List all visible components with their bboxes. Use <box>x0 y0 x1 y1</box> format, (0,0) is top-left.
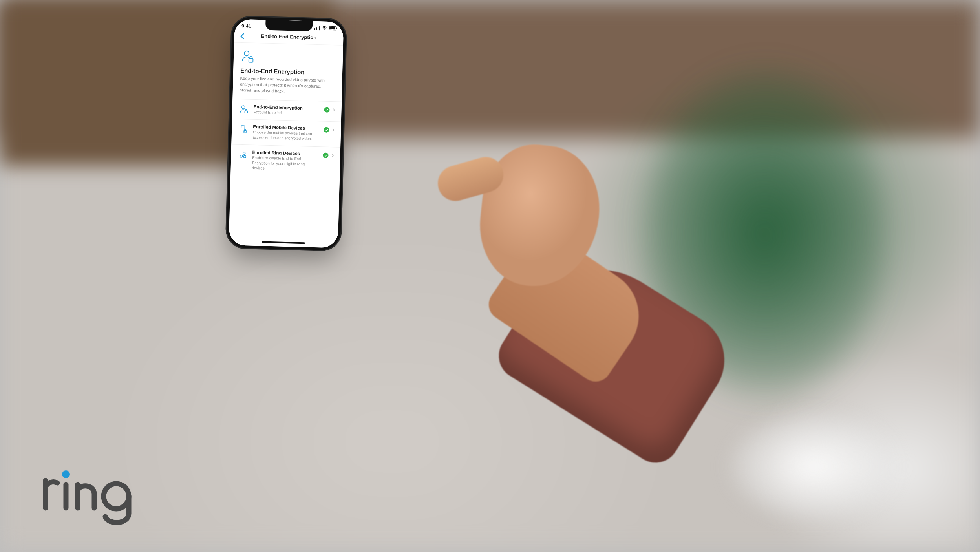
wifi-icon <box>322 25 327 31</box>
row-subtitle: Enable or disable End-to-End Encryption … <box>252 155 318 172</box>
chevron-right-icon <box>331 128 335 132</box>
svg-rect-5 <box>241 126 245 132</box>
status-time: 9:41 <box>241 23 251 29</box>
row-ring-devices[interactable]: Enrolled Ring Devices Enable or disable … <box>230 144 340 177</box>
svg-point-7 <box>243 152 245 154</box>
svg-rect-6 <box>244 131 246 133</box>
cellular-icon <box>314 26 320 30</box>
ring-logo <box>39 466 141 528</box>
svg-rect-4 <box>245 111 247 113</box>
scene-pot <box>706 397 921 536</box>
svg-point-1 <box>244 51 249 56</box>
status-icons <box>314 25 336 31</box>
svg-point-9 <box>243 155 246 158</box>
nav-bar: End-to-End Encryption <box>234 29 344 45</box>
status-ok-icon <box>324 107 329 112</box>
chevron-right-icon <box>332 108 336 112</box>
chevron-right-icon <box>331 154 335 157</box>
user-lock-icon <box>241 49 255 64</box>
mobile-lock-icon <box>239 124 249 134</box>
battery-icon <box>329 26 336 31</box>
back-button[interactable] <box>238 31 247 40</box>
devices-icon <box>238 150 248 160</box>
row-subtitle: Account Enrolled <box>253 110 319 116</box>
hero-section: End-to-End Encryption Keep your live and… <box>232 42 343 101</box>
row-subtitle: Choose the mobile devices that can acces… <box>253 130 319 142</box>
svg-point-0 <box>324 29 324 30</box>
row-mobile-devices[interactable]: Enrolled Mobile Devices Choose the mobil… <box>231 119 341 147</box>
svg-point-14 <box>62 470 70 478</box>
nav-title: End-to-End Encryption <box>261 33 316 40</box>
svg-point-13 <box>104 484 129 509</box>
svg-point-8 <box>240 155 242 157</box>
phone-notch <box>265 20 313 31</box>
status-ok-icon <box>323 153 328 158</box>
hero-body: Keep your live and recorded video privat… <box>240 75 335 96</box>
user-lock-icon <box>239 104 249 114</box>
app-screen: 9:41 End-to-End Encryption <box>229 19 344 248</box>
hero-title: End-to-End Encryption <box>240 67 335 76</box>
status-ok-icon <box>324 127 329 133</box>
row-e2ee[interactable]: End-to-End Encryption Account Enrolled <box>232 99 342 122</box>
svg-rect-2 <box>249 58 253 62</box>
svg-point-3 <box>242 106 245 109</box>
phone-frame: 9:41 End-to-End Encryption <box>229 19 344 248</box>
